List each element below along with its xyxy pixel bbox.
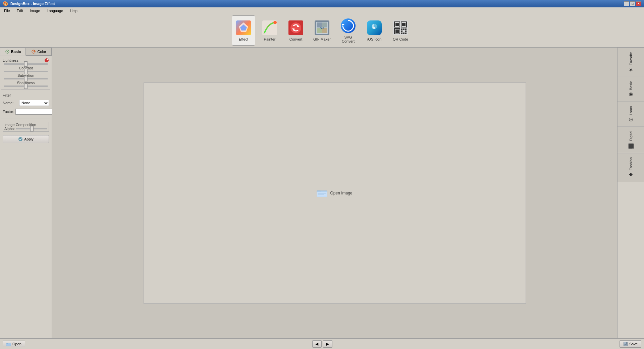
alpha-slider[interactable] bbox=[16, 128, 47, 129]
tab-basic[interactable]: Basic bbox=[0, 48, 26, 56]
save-label: Save bbox=[629, 342, 638, 346]
filter-factor-row: Factor: bbox=[1, 108, 50, 115]
minimize-button[interactable]: ─ bbox=[624, 1, 629, 6]
menu-bar: File Edit Image Language Help bbox=[0, 7, 644, 14]
svg-rect-33 bbox=[405, 33, 407, 34]
separator-2 bbox=[1, 118, 50, 118]
svg-point-6 bbox=[290, 22, 301, 33]
menu-image[interactable]: Image bbox=[27, 8, 43, 13]
open-button[interactable]: Open bbox=[3, 341, 25, 347]
menu-file[interactable]: File bbox=[1, 8, 13, 13]
toolbar-convert-button[interactable]: Convert bbox=[284, 15, 308, 46]
bottom-bar: Open ◀ ▶ Save bbox=[0, 338, 644, 349]
maximize-button[interactable]: □ bbox=[630, 1, 635, 6]
right-tab-lomo[interactable]: ◎ Lomo bbox=[618, 102, 644, 127]
basic-right-label: Basic bbox=[629, 81, 633, 90]
right-sidebar: ★ Favorite ◉ Basic ◎ Lomo ⬛ Digital ◆ Fa… bbox=[617, 48, 644, 338]
open-image-button[interactable]: Open Image bbox=[317, 189, 352, 197]
lightness-control: Lightness bbox=[1, 58, 50, 65]
right-tab-digital[interactable]: ⬛ Digital bbox=[618, 126, 644, 153]
open-folder-icon bbox=[6, 342, 11, 346]
toolbar-gif-maker-button[interactable]: GIF GIF Maker bbox=[310, 15, 334, 46]
alpha-row: Alpha: bbox=[4, 127, 47, 131]
bottom-nav-buttons: ◀ ▶ bbox=[312, 340, 332, 348]
right-tab-basic[interactable]: ◉ Basic bbox=[618, 77, 644, 102]
open-label: Open bbox=[12, 342, 21, 346]
lightness-slider[interactable] bbox=[4, 63, 48, 65]
saturation-slider[interactable] bbox=[4, 78, 48, 79]
tab-color-label: Color bbox=[37, 50, 46, 54]
nav-next-button[interactable]: ▶ bbox=[323, 340, 332, 348]
right-tab-fashion[interactable]: ◆ Fashion bbox=[618, 153, 644, 182]
svg-point-18 bbox=[373, 27, 375, 29]
contrast-slider-container bbox=[1, 71, 50, 72]
folder-icon bbox=[317, 189, 327, 197]
tabs: Basic Color bbox=[0, 48, 52, 56]
favorite-icon: ★ bbox=[628, 67, 634, 73]
effect-label: Effect bbox=[239, 37, 248, 41]
save-icon bbox=[623, 342, 628, 346]
basic-right-icon: ◉ bbox=[628, 92, 634, 98]
svg-rect-26 bbox=[401, 28, 402, 30]
nav-next-icon: ▶ bbox=[326, 342, 329, 346]
svg-rect-48 bbox=[6, 343, 8, 344]
title-bar-controls: ─ □ ✕ bbox=[624, 1, 641, 6]
contrast-slider[interactable] bbox=[4, 71, 48, 72]
convert-icon bbox=[288, 20, 304, 36]
save-button[interactable]: Save bbox=[620, 340, 641, 348]
svg-rect-28 bbox=[405, 28, 407, 30]
ios-icon-icon bbox=[366, 20, 382, 36]
svg-point-4 bbox=[273, 21, 277, 24]
effect-icon bbox=[235, 20, 252, 36]
qr-code-label: QR Code bbox=[393, 37, 408, 41]
svg-rect-27 bbox=[403, 28, 405, 30]
title-bar-left: 🎨 DesignBox - Image Effect bbox=[3, 1, 55, 6]
open-image-label: Open Image bbox=[330, 191, 352, 195]
canvas-area[interactable]: Open Image bbox=[52, 48, 617, 338]
toolbar-effect-button[interactable]: Effect bbox=[232, 15, 255, 46]
svg-rect-21 bbox=[395, 23, 399, 26]
favorite-label: Favorite bbox=[629, 52, 633, 65]
menu-language[interactable]: Language bbox=[44, 8, 66, 13]
svg-text:GIF: GIF bbox=[320, 27, 324, 30]
toolbar: Effect Painter bbox=[0, 14, 644, 48]
image-composition-section: Image Composition Alpha: bbox=[3, 122, 49, 132]
gif-maker-icon: GIF bbox=[314, 20, 330, 36]
nav-prev-icon: ◀ bbox=[315, 342, 318, 346]
title-bar: 🎨 DesignBox - Image Effect ─ □ ✕ bbox=[0, 0, 644, 7]
painter-label: Painter bbox=[264, 37, 276, 41]
svg-rect-43 bbox=[317, 191, 327, 196]
saturation-control: Saturation bbox=[1, 73, 50, 79]
sharpness-slider[interactable] bbox=[4, 85, 48, 87]
app-icon: 🎨 bbox=[3, 1, 8, 6]
menu-help[interactable]: Help bbox=[67, 8, 80, 13]
filter-name-select[interactable]: None Blur Sharpen Edge Emboss bbox=[19, 100, 49, 106]
qr-code-icon bbox=[392, 20, 409, 36]
toolbar-qr-code-button[interactable]: QR Code bbox=[389, 15, 412, 46]
filter-section-title: Filter bbox=[1, 93, 50, 98]
digital-label: Digital bbox=[629, 131, 633, 141]
svg-rect-32 bbox=[403, 33, 405, 34]
toolbar-painter-button[interactable]: Painter bbox=[258, 15, 281, 46]
nav-prev-button[interactable]: ◀ bbox=[312, 340, 322, 348]
fashion-label: Fashion bbox=[629, 157, 633, 170]
close-button[interactable]: ✕ bbox=[636, 1, 641, 6]
toolbar-ios-icon-button[interactable]: iOS Icon bbox=[363, 15, 386, 46]
apply-label: Apply bbox=[24, 137, 34, 141]
filter-name-row: Name: None Blur Sharpen Edge Emboss bbox=[1, 99, 50, 107]
tab-color[interactable]: Color bbox=[26, 48, 52, 56]
svg-rect-31 bbox=[401, 33, 402, 34]
filter-name-label: Name: bbox=[3, 101, 18, 105]
toolbar-svg-convert-button[interactable]: SVG Convert bbox=[336, 15, 360, 46]
apply-button[interactable]: Apply bbox=[3, 135, 49, 143]
svg-rect-42 bbox=[317, 190, 327, 191]
right-tab-favorite[interactable]: ★ Favorite bbox=[618, 48, 644, 77]
svg-rect-45 bbox=[318, 194, 324, 195]
lightness-slider-container bbox=[1, 63, 50, 65]
digital-icon: ⬛ bbox=[628, 143, 634, 149]
svg-rect-29 bbox=[401, 31, 402, 32]
lomo-label: Lomo bbox=[629, 106, 633, 115]
svg-rect-25 bbox=[395, 30, 399, 33]
gif-maker-label: GIF Maker bbox=[313, 37, 331, 41]
menu-edit[interactable]: Edit bbox=[14, 8, 26, 13]
